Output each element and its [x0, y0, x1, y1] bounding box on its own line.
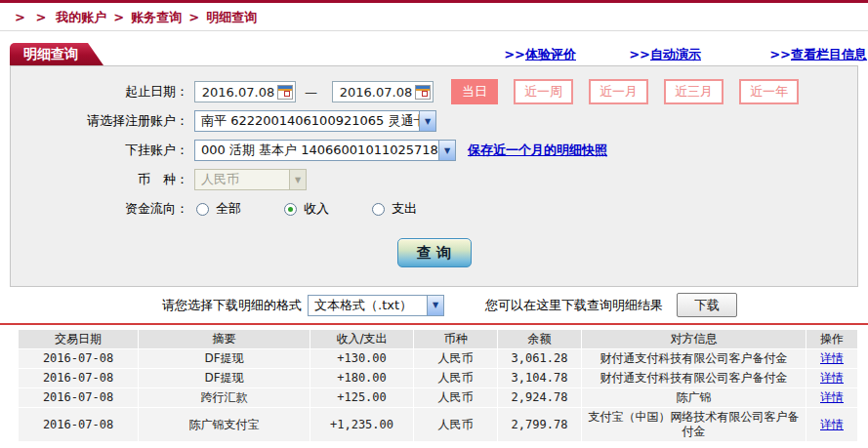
- currency-value: 人民币: [195, 171, 289, 188]
- breadcrumb-item-detail-query[interactable]: 明细查询: [206, 10, 257, 24]
- register-account-select[interactable]: 南平 6222001406100921065 灵通卡 ▼: [194, 110, 436, 132]
- query-button[interactable]: 查 询: [397, 238, 472, 267]
- currency-cell: 人民币: [414, 388, 497, 407]
- flow-radio-option[interactable]: 支出: [372, 200, 417, 218]
- tab-title: 明细查询: [23, 46, 78, 61]
- calendar-icon[interactable]: [415, 85, 431, 100]
- sub-account-label: 下挂账户：: [11, 142, 188, 159]
- link-auto-demo[interactable]: >>自动演示: [629, 46, 701, 63]
- balance-cell: 3,104.78: [498, 369, 581, 387]
- chevron-down-icon: ▼: [427, 296, 443, 315]
- link-label: 体验评价: [525, 47, 576, 61]
- date-from-input[interactable]: 2016.07.08: [194, 81, 296, 102]
- transaction-table: 交易日期摘要收入/支出币种余额对方信息操作 2016-07-08DF提现+130…: [18, 329, 858, 442]
- query-button-row: 查 询: [11, 238, 857, 267]
- flow-radio-label: 支出: [392, 200, 417, 218]
- download-button[interactable]: 下载: [677, 293, 737, 317]
- date-cell: 2016-07-08: [19, 369, 138, 387]
- detail-link[interactable]: 详情: [820, 390, 844, 404]
- amount-cell: +125.00: [310, 388, 413, 407]
- quick-range-button[interactable]: 近一年: [739, 79, 799, 104]
- register-account-row: 请选择注册账户： 南平 6222001406100921065 灵通卡 ▼: [11, 109, 857, 133]
- quick-range-button[interactable]: 当日: [451, 79, 498, 104]
- date-range-label: 起止日期：: [11, 83, 188, 101]
- download-format-label: 请您选择下载明细的格式: [162, 297, 302, 314]
- flow-radio-group: 全部收入支出: [196, 200, 460, 218]
- radio-icon[interactable]: [284, 203, 297, 216]
- save-snapshot-link[interactable]: 保存近一个月的明细快照: [468, 142, 607, 159]
- action-cell: 详情: [806, 388, 857, 407]
- table-header-cell: 对方信息: [582, 330, 806, 348]
- flow-radio-label: 全部: [216, 200, 241, 218]
- summary-cell: 跨行汇款: [139, 388, 310, 407]
- page: > >我的账户>账务查询>明细查询 明细查询 >>体验评价 >>自动演示 >>查…: [0, 0, 868, 448]
- currency-row: 币 种： 人民币 ▼: [11, 168, 857, 191]
- calendar-icon[interactable]: [277, 85, 293, 100]
- summary-cell: DF提现: [139, 369, 310, 387]
- radio-icon[interactable]: [372, 203, 385, 216]
- currency-cell: 人民币: [414, 408, 497, 441]
- breadcrumb-separator: >: [188, 10, 199, 24]
- link-experience-rating[interactable]: >>体验评价: [504, 46, 576, 63]
- table-row: 2016-07-08陈广锦支付宝+1,235.00人民币2,799.78支付宝（…: [19, 408, 857, 441]
- action-cell: 详情: [806, 349, 857, 368]
- quick-range-button[interactable]: 近一周: [514, 79, 573, 104]
- currency-select: 人民币 ▼: [194, 169, 307, 190]
- table-header-cell: 摘要: [139, 330, 310, 348]
- date-to-input[interactable]: 2016.07.08: [332, 81, 434, 102]
- detail-link[interactable]: 详情: [820, 371, 844, 385]
- quick-range-button[interactable]: 近一月: [589, 79, 648, 104]
- balance-cell: 2,924.78: [498, 388, 581, 407]
- sub-account-row: 下挂账户： 000 活期 基本户 1406600101102571848 ▼ 保…: [11, 139, 857, 162]
- breadcrumb-item-account-query[interactable]: 账务查询: [131, 10, 182, 24]
- detail-link[interactable]: 详情: [820, 351, 844, 365]
- currency-label: 币 种：: [11, 171, 188, 188]
- tab-row: 明细查询 >>体验评价 >>自动演示 >>查看栏目信息: [0, 43, 868, 65]
- tab-detail-query[interactable]: 明细查询: [10, 43, 103, 65]
- action-cell: 详情: [806, 369, 857, 387]
- breadcrumb-item-my-account[interactable]: 我的账户: [56, 10, 106, 24]
- party-cell: 支付宝（中国）网络技术有限公司客户备付金: [582, 408, 806, 441]
- breadcrumb-prefix: > >: [15, 10, 49, 24]
- sub-account-select[interactable]: 000 活期 基本户 1406600101102571848 ▼: [194, 140, 456, 161]
- chevron-down-icon: ▼: [419, 111, 435, 131]
- currency-cell: 人民币: [414, 369, 497, 387]
- table-header-cell: 收入/支出: [310, 330, 413, 348]
- download-format-value: 文本格式（.txt）: [309, 297, 427, 314]
- party-cell: 财付通支付科技有限公司客户备付金: [582, 369, 806, 387]
- table-header-row: 交易日期摘要收入/支出币种余额对方信息操作: [19, 330, 857, 348]
- link-view-column-info[interactable]: >>查看栏目信息: [769, 46, 867, 63]
- flow-radio-option[interactable]: 全部: [196, 200, 241, 218]
- download-format-select[interactable]: 文本格式（.txt） ▼: [308, 295, 444, 316]
- register-account-label: 请选择注册账户：: [11, 112, 188, 130]
- red-divider: [0, 323, 868, 325]
- breadcrumb: > >我的账户>账务查询>明细查询: [0, 3, 868, 31]
- amount-cell: +180.00: [310, 369, 413, 387]
- table-header-cell: 交易日期: [19, 330, 138, 348]
- breadcrumb-separator: >: [113, 10, 124, 24]
- table-header-cell: 余额: [498, 330, 581, 348]
- date-cell: 2016-07-08: [19, 388, 138, 407]
- amount-cell: +130.00: [310, 349, 413, 368]
- amount-cell: +1,235.00: [310, 408, 413, 441]
- date-cell: 2016-07-08: [19, 408, 138, 441]
- link-label: 自动演示: [650, 47, 701, 61]
- quick-range-button[interactable]: 近三月: [664, 79, 723, 104]
- flow-direction-row: 资金流向： 全部收入支出: [11, 197, 857, 221]
- date-cell: 2016-07-08: [19, 349, 138, 368]
- flow-radio-option[interactable]: 收入: [284, 200, 329, 218]
- flow-direction-label: 资金流向：: [11, 200, 188, 218]
- balance-cell: 3,061.28: [498, 349, 581, 368]
- download-row: 请您选择下载明细的格式 文本格式（.txt） ▼ 您可以在这里下载查询明细结果 …: [0, 287, 868, 323]
- currency-cell: 人民币: [414, 349, 497, 368]
- flow-radio-label: 收入: [304, 200, 329, 218]
- link-prefix: >>: [629, 47, 650, 61]
- date-range-row: 起止日期： 2016.07.08 — 2016.07.08 当日近一周近一月近三…: [11, 80, 857, 103]
- quick-range-buttons: 当日近一周近一月近三月近一年: [451, 79, 799, 104]
- table-row: 2016-07-08DF提现+180.00人民币3,104.78财付通支付科技有…: [19, 369, 857, 387]
- table-header-cell: 操作: [806, 330, 857, 348]
- sub-account-value: 000 活期 基本户 1406600101102571848: [195, 142, 438, 159]
- table-body: 2016-07-08DF提现+130.00人民币3,061.28财付通支付科技有…: [19, 349, 857, 441]
- radio-icon[interactable]: [196, 203, 209, 216]
- detail-link[interactable]: 详情: [820, 418, 844, 431]
